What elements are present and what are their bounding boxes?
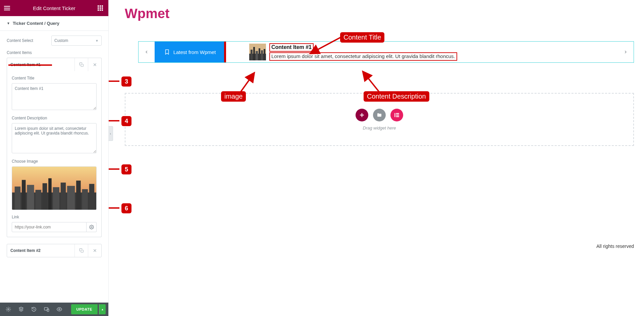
svg-point-29: [8, 309, 9, 310]
svg-rect-18: [36, 190, 41, 210]
svg-line-48: [240, 74, 254, 93]
content-description-label: Content Description: [12, 116, 97, 120]
annotation-content-description: Content Description: [364, 91, 429, 102]
annotation-arrow: [109, 0, 644, 161]
svg-rect-5: [102, 5, 103, 7]
update-button[interactable]: UPDATE: [71, 304, 98, 314]
svg-rect-10: [100, 9, 101, 11]
content-title-label: Content Title: [12, 76, 97, 81]
rep-item-title[interactable]: Content Item #2: [7, 248, 74, 253]
svg-rect-21: [53, 187, 59, 210]
link-input[interactable]: [12, 222, 87, 232]
annotation-content-title: Content Title: [340, 32, 384, 43]
duplicate-icon[interactable]: [74, 58, 88, 71]
svg-rect-22: [61, 182, 66, 210]
svg-rect-28: [81, 250, 83, 252]
rep-item-header[interactable]: Content Item #1 ✕: [7, 58, 102, 71]
svg-rect-9: [98, 9, 99, 11]
link-label: Link: [12, 215, 97, 219]
section-title: Ticker Content / Query: [13, 21, 59, 26]
content-description-input[interactable]: [12, 123, 97, 153]
rep-item-body: Content Title Content Description Choose…: [7, 71, 102, 237]
svg-rect-4: [100, 5, 101, 7]
panel-title: Edit Content Ticker: [33, 5, 75, 11]
svg-rect-8: [102, 7, 103, 9]
repeater: Content Item #1 ✕ Content Title Content …: [7, 58, 102, 257]
svg-rect-20: [48, 178, 52, 210]
annotation-image: image: [221, 91, 246, 102]
svg-rect-12: [81, 64, 83, 66]
chevron-down-icon: ▼: [95, 39, 99, 43]
annotation-step-4: 4: [121, 116, 131, 126]
hamburger-icon[interactable]: [4, 5, 11, 11]
gear-icon[interactable]: [87, 222, 97, 232]
svg-rect-1: [4, 8, 10, 8]
annotation-step-3: 3: [121, 76, 131, 87]
close-icon[interactable]: ✕: [88, 244, 101, 257]
rep-item-header[interactable]: Content Item #2 ✕: [7, 244, 102, 257]
preview-canvas: Wpmet Latest from Wpmet Content Item #: [109, 0, 644, 316]
caret-down-icon: ▼: [7, 21, 10, 25]
content-items-label: Content Items: [7, 50, 102, 55]
annotation-step-5: 5: [121, 164, 131, 174]
svg-rect-17: [27, 185, 34, 210]
content-select-value: Custom: [54, 38, 68, 43]
svg-rect-3: [98, 5, 99, 7]
svg-rect-15: [15, 187, 20, 210]
navigator-icon[interactable]: [15, 305, 27, 314]
svg-rect-0: [4, 6, 10, 7]
svg-rect-26: [89, 184, 94, 210]
rep-item-title[interactable]: Content Item #1: [7, 62, 74, 67]
svg-line-49: [364, 72, 380, 93]
svg-rect-19: [43, 183, 47, 210]
content-select-label: Content Select: [7, 38, 33, 43]
preview-icon[interactable]: [54, 305, 65, 314]
svg-line-47: [311, 37, 341, 53]
close-icon[interactable]: ✕: [88, 58, 101, 71]
annotation-step-6: 6: [121, 203, 131, 213]
content-select-dropdown[interactable]: Custom ▼: [51, 36, 102, 46]
svg-rect-11: [102, 9, 103, 11]
duplicate-icon[interactable]: [74, 244, 88, 257]
svg-rect-2: [4, 10, 10, 10]
svg-rect-16: [22, 180, 26, 210]
svg-rect-23: [67, 186, 75, 210]
responsive-icon[interactable]: [41, 305, 52, 314]
footer-text: All rights reserved: [596, 244, 634, 249]
panel-header: Edit Content Ticker: [0, 0, 108, 16]
apps-icon[interactable]: [98, 5, 104, 11]
panel-body: Content Select Custom ▼ Content Items Co…: [0, 31, 108, 303]
svg-rect-6: [98, 7, 99, 9]
section-header[interactable]: ▼ Ticker Content / Query: [0, 16, 108, 31]
update-more-button[interactable]: ▲: [99, 304, 106, 314]
content-title-input[interactable]: [12, 83, 97, 110]
history-icon[interactable]: [28, 305, 40, 314]
image-picker[interactable]: [12, 166, 97, 210]
choose-image-label: Choose Image: [12, 159, 97, 164]
svg-point-27: [91, 226, 92, 228]
svg-rect-24: [76, 180, 81, 210]
svg-point-32: [59, 309, 60, 310]
svg-rect-25: [82, 189, 88, 210]
svg-rect-7: [100, 7, 101, 9]
editor-panel: Edit Content Ticker ▼ Ticker Content / Q…: [0, 0, 109, 316]
settings-icon[interactable]: [3, 305, 14, 314]
panel-footer: UPDATE ▲: [0, 303, 108, 316]
